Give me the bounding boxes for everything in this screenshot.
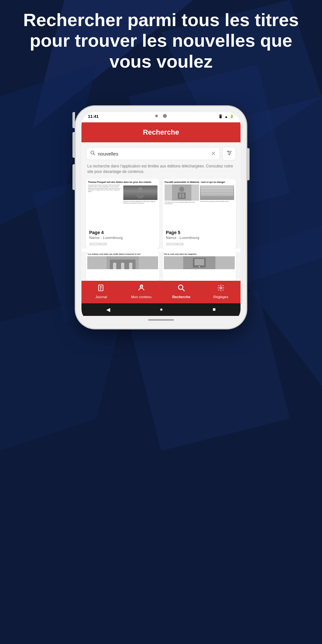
nav-label-recherche: Recherche [172, 295, 190, 299]
status-bar: 11:41 📳 ▲ 🔋 [81, 112, 241, 121]
svg-rect-29 [129, 263, 132, 269]
svg-rect-23 [179, 193, 181, 198]
camera-area: 11:41 📳 ▲ 🔋 [81, 112, 241, 122]
home-indicator-area [81, 316, 241, 323]
status-time: 11:41 [88, 114, 99, 119]
search-input-wrap[interactable]: nouvelles ✕ [86, 147, 220, 160]
result-card-1[interactable]: Thomas Pesquet met des étoiles dans les … [86, 179, 159, 249]
np-table-img [200, 185, 234, 200]
result-page-1: Page 4 [89, 230, 156, 235]
partial-np-title-2: Fini le cash only dans les magasins [164, 253, 235, 255]
np-col-2a: Lorem ipsum dolor sit amet consectetur a… [165, 185, 199, 205]
partial-card-2[interactable]: Fini le cash only dans les magasins [163, 252, 236, 281]
filter-icon [226, 150, 232, 158]
np-col-1a: Lorem ipsum dolor sit amet consectetur. … [88, 185, 122, 204]
bottom-nav: Journal Mon contenu [81, 281, 241, 303]
np-title-1: Thomas Pesquet met des étoiles dans les … [88, 181, 157, 184]
nav-item-recherche[interactable]: Recherche [172, 284, 191, 299]
phone-mockup: 11:41 📳 ▲ 🔋 Recherche [76, 106, 246, 328]
svg-line-11 [93, 154, 95, 155]
partial-card-1[interactable]: "Les mêmes vont aider une vieille dame à… [86, 252, 159, 281]
svg-point-39 [178, 285, 183, 289]
home-button[interactable]: ● [160, 307, 163, 312]
np-col-2b: Ut enim ad minim veniam quis nostrud exe… [200, 185, 234, 205]
result-img-2: Fiscalité automobile en Wallonie : tout … [163, 179, 236, 227]
svg-point-19 [137, 193, 144, 198]
battery-icon: 🔋 [230, 114, 234, 118]
journal-icon [97, 284, 105, 294]
np-title-2: Fiscalité automobile en Wallonie : tout … [165, 181, 234, 184]
vibrate-icon: 📳 [218, 114, 223, 118]
android-nav-bar: ◀ ● ■ [81, 303, 241, 316]
svg-rect-24 [182, 193, 184, 198]
partial-np-title-1: "Les mêmes vont aider une vieille dame à… [87, 253, 158, 255]
phone-outer: 11:41 📳 ▲ 🔋 Recherche [76, 106, 246, 328]
np-person-img [123, 185, 158, 200]
result-page-2: Page 5 [166, 230, 233, 235]
nav-label-journal: Journal [95, 295, 107, 299]
nav-item-reglages[interactable]: Réglages [211, 284, 231, 299]
svg-rect-28 [121, 263, 124, 269]
settings-icon [217, 284, 225, 294]
nav-label-mon-contenu: Mon contenu [131, 295, 152, 299]
result-card-2[interactable]: Fiscalité automobile en Wallonie : tout … [163, 179, 236, 249]
svg-point-15 [228, 151, 229, 152]
hero-section: Rechercher parmi tous les titres pour tr… [0, 10, 322, 72]
search-clear-button[interactable]: ✕ [211, 150, 216, 157]
svg-rect-27 [113, 263, 116, 269]
front-camera-hole [163, 114, 167, 118]
search-icon [90, 150, 95, 157]
recent-button[interactable]: ■ [213, 307, 216, 312]
svg-point-18 [138, 187, 143, 192]
svg-point-33 [199, 266, 200, 267]
results-grid: Thomas Pesquet met des étoiles dans les … [81, 179, 241, 249]
nav-item-mon-contenu[interactable]: Mon contenu [131, 284, 152, 299]
svg-point-10 [91, 151, 94, 154]
result-img-1: Thomas Pesquet met des étoiles dans les … [86, 179, 159, 227]
person-icon [137, 284, 145, 294]
app-header: Recherche [81, 122, 241, 142]
phone-screen: 11:41 📳 ▲ 🔋 Recherche [81, 112, 241, 323]
back-button[interactable]: ◀ [106, 307, 110, 313]
svg-rect-22 [178, 193, 185, 199]
partial-np-2: Fini le cash only dans les magasins [163, 252, 236, 281]
nav-item-journal[interactable]: Journal [91, 284, 111, 299]
front-camera-dot [155, 115, 158, 117]
result-info-1: Page 4 Namur - Luxembourg 2022/06/28 [86, 227, 159, 249]
result-date-1: 2022/06/28 [89, 242, 156, 246]
partial-np-1: "Les mêmes vont aider une vieille dame à… [86, 252, 159, 281]
hero-title: Rechercher parmi tous les titres pour tr… [10, 10, 312, 72]
svg-rect-32 [194, 259, 204, 265]
svg-point-16 [230, 152, 231, 153]
phone-power-button [247, 148, 250, 180]
svg-line-40 [183, 289, 185, 291]
svg-point-41 [220, 287, 222, 289]
partial-card-img-1: "Les mêmes vont aider une vieille dame à… [86, 252, 159, 281]
nav-label-reglages: Réglages [213, 295, 228, 299]
result-section-1: Namur - Luxembourg [89, 236, 156, 240]
app-header-title: Recherche [88, 128, 234, 137]
svg-point-21 [179, 187, 184, 192]
wifi-icon: ▲ [224, 115, 228, 118]
search-area: nouvelles ✕ [81, 142, 241, 179]
svg-point-17 [229, 154, 230, 155]
filter-button[interactable] [223, 147, 236, 160]
partial-results-row: "Les mêmes vont aider une vieille dame à… [81, 252, 241, 281]
newspaper-mock-2: Fiscalité automobile en Wallonie : tout … [163, 179, 236, 227]
search-query: nouvelles [98, 151, 208, 156]
np-col-1b: Excepteur sint occaecat cupidatat non pr… [123, 185, 158, 204]
newspaper-mock-1: Thomas Pesquet met des étoiles dans les … [86, 179, 159, 227]
result-date-2: 2022/06/28 [166, 242, 233, 246]
home-indicator [148, 319, 174, 321]
status-icons: 📳 ▲ 🔋 [218, 114, 234, 118]
result-section-2: Namur - Luxembourg [166, 236, 233, 240]
search-row: nouvelles ✕ [86, 147, 236, 160]
partial-card-img-2: Fini le cash only dans les magasins [163, 252, 236, 281]
result-info-2: Page 5 Namur - Luxembourg 2022/06/28 [163, 227, 236, 249]
search-hint: La recherche dans l'application est limi… [86, 160, 236, 179]
search-nav-icon [177, 284, 185, 294]
